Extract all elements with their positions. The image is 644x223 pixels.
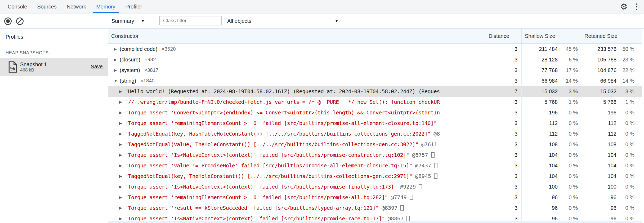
retained-size-percent: 0 % [616,131,642,137]
constructor-cell: ▶"Torque assert 'value != PromiseHole' f… [108,160,485,171]
column-header-distance[interactable]: Distance [485,29,521,43]
distance-cell: 3 [485,160,521,171]
retained-size-cell: 1080 % [581,139,642,150]
shallow-size-percent: 0 % [558,152,581,158]
table-row[interactable]: ▶"Hello world! (Requested at: 2024-08-19… [108,86,642,97]
shallow-size-percent: 0 % [558,163,581,169]
table-row[interactable]: ▶"TaggedNotEqual(key, TheHoleConstant())… [108,171,642,181]
retained-size-value: 108 [608,141,616,148]
shallow-size-percent: 0 % [558,184,581,190]
shallow-size-cell: 1080 % [521,139,581,150]
distance-value: 3 [515,67,517,73]
expand-triangle-icon[interactable]: ▶ [119,185,125,189]
shallow-size-cell: 5 7681 % [521,97,581,107]
table-row[interactable]: ▼(string)×1840366 98414 %66 98414 % [108,75,642,86]
retained-size-cell: 105 76823 % [581,54,642,65]
column-header-shallow-size[interactable]: Shallow Size [521,29,581,43]
expand-triangle-icon[interactable]: ▶ [119,110,125,115]
profiles-title: Profiles [6,34,23,40]
shallow-size-value: 5 768 [544,99,558,105]
shallow-size-cell: 211 48445 % [521,44,581,54]
perspective-select-label: Summary [111,18,134,24]
constructor-cell: ▶(closure)×982 [108,54,485,65]
expand-triangle-icon[interactable]: ▶ [119,121,125,125]
snapshot-name: Snapshot 1 [20,61,47,68]
shallow-size-cell: 1960 % [521,107,581,118]
retained-size-percent: 0 % [616,205,642,211]
box-icon [434,173,437,179]
table-row[interactable]: ▶"Torque assert 'remainingElementsCount … [108,118,642,128]
collapse-triangle-icon[interactable]: ▼ [114,79,120,83]
tab-bar-right: ⚙ [613,0,644,14]
constructor-label: (compiled code) [120,46,157,52]
record-heap-snapshot-icon[interactable] [4,17,12,25]
shallow-size-cell: 960 % [521,203,581,213]
retained-size-value: 66 984 [600,78,616,84]
svg-text:%: % [10,66,15,72]
expand-triangle-icon[interactable]: ▶ [119,195,125,199]
toolbar-divider [613,3,613,11]
retained-size-value: 112 [608,131,616,137]
table-row[interactable]: ▶"TaggedNotEqual(value, TheHoleConstant(… [108,139,642,150]
class-filter-input[interactable] [159,16,222,25]
table-row[interactable]: ▶(compiled code)×35203211 48445 %233 576… [108,44,642,54]
expand-triangle-icon[interactable]: ▶ [119,216,125,221]
retained-size-value: 233 576 [597,46,616,52]
distance-cell: 3 [485,181,521,192]
retained-size-cell: 66 98414 % [581,75,642,86]
instance-count: ×1840 [140,78,154,84]
expand-triangle-icon[interactable]: ▶ [114,68,120,72]
more-options-kebab-icon[interactable] [631,0,642,14]
expand-triangle-icon[interactable]: ▶ [119,132,125,136]
object-id: @8945 [415,173,431,179]
column-header-retained-size[interactable]: Retained Size [581,29,642,43]
table-row[interactable]: ▶"Torque assert 'value != PromiseHole' f… [108,160,642,171]
table-row[interactable]: ▶"Torque assert 'remainingElementsCount … [108,192,642,203]
retained-size-percent: 0 % [616,163,642,169]
tab-profiler[interactable]: Profiler [120,0,147,13]
horizontal-scrollbar[interactable] [108,221,642,223]
expand-triangle-icon[interactable]: ▶ [119,206,125,210]
tab-network[interactable]: Network [62,0,91,13]
table-row[interactable]: ▶"// .wrangler/tmp/bundle-FmNIt0/checked… [108,97,642,107]
constructor-cell: ▶"Torque assert 'remainingElementsCount … [108,192,485,203]
retained-size-cell: 960 % [581,192,642,203]
heap-snapshots-section-title: HEAP SNAPSHOTS [6,50,49,56]
retained-size-value: 104 876 [597,67,616,73]
object-scope-select[interactable]: All objects ▼ [227,14,338,28]
table-row[interactable]: ▶"Torque assert 'result == kStoreSuccede… [108,203,642,213]
retained-size-percent: 0 % [616,152,642,158]
table-row[interactable]: ▶(system)×3817377 76817 %104 87622 % [108,65,642,75]
table-row[interactable]: ▶"TaggedNotEqual(key, HashTableHoleConst… [108,128,642,139]
save-snapshot-link[interactable]: Save [91,64,103,70]
constructor-label: (string) [120,78,136,84]
string-value: "Hello world! (Requested at: 2024-08-19T… [125,88,440,95]
column-header-constructor[interactable]: Constructor [108,29,485,43]
retained-size-cell: 5 7681 % [581,97,642,107]
expand-triangle-icon[interactable]: ▶ [119,142,125,146]
retained-size-percent: 14 % [616,78,642,84]
table-row[interactable]: ▶"Torque assert 'Convert<uintptr>(endInd… [108,107,642,118]
tab-console[interactable]: Console [3,0,32,13]
expand-triangle-icon[interactable]: ▶ [119,163,125,168]
perspective-select[interactable]: Summary ▼ [111,14,145,28]
settings-gear-icon[interactable]: ⚙ [617,0,631,14]
expand-triangle-icon[interactable]: ▶ [114,57,120,62]
constructor-cell: ▶"TaggedNotEqual(value, TheHoleConstant(… [108,139,485,150]
tab-memory[interactable]: Memory [91,0,120,13]
expand-triangle-icon[interactable]: ▶ [119,89,125,93]
shallow-size-value: 112 [549,131,558,137]
expand-triangle-icon[interactable]: ▶ [119,174,125,178]
shallow-size-percent: 14 % [558,78,581,84]
box-icon [419,184,422,189]
sidebar-item-snapshot-1[interactable]: % Snapshot 1 468 kB Save [0,58,108,76]
table-row[interactable]: ▶"Torque assert 'Is<NativeContext>(conte… [108,181,642,192]
expand-triangle-icon[interactable]: ▶ [119,153,125,157]
clear-profiles-icon[interactable] [16,17,24,25]
table-row[interactable]: ▶(closure)×982328 1286 %105 76823 % [108,54,642,65]
retained-size-percent: 0 % [616,120,642,126]
expand-triangle-icon[interactable]: ▶ [119,100,125,104]
expand-triangle-icon[interactable]: ▶ [114,47,120,51]
table-row[interactable]: ▶"Torque assert 'Is<NativeContext>(conte… [108,150,642,160]
tab-sources[interactable]: Sources [32,0,61,13]
